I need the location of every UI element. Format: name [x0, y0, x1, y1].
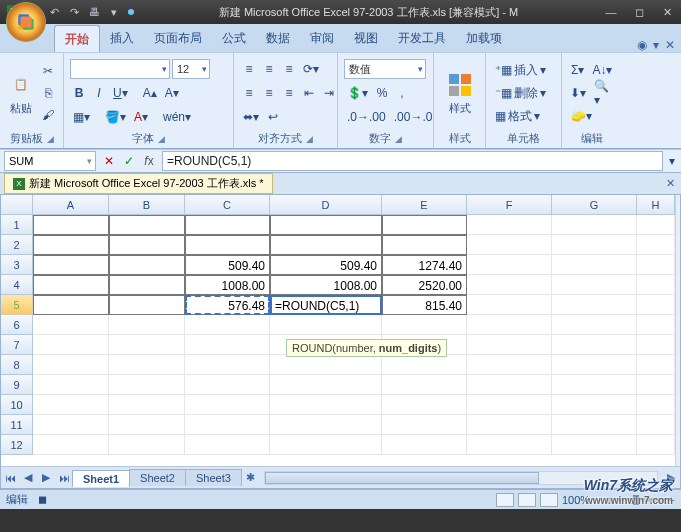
cell-B5[interactable] — [109, 295, 185, 315]
cut-icon[interactable]: ✂ — [39, 61, 57, 81]
font-size-combo[interactable]: 12 — [172, 59, 210, 79]
col-header-B[interactable]: B — [109, 195, 185, 214]
row-header-9[interactable]: 9 — [1, 375, 33, 395]
cell-H2[interactable] — [637, 235, 675, 255]
merge-button[interactable]: ⬌▾ — [240, 107, 262, 127]
cell-A4[interactable] — [33, 275, 109, 295]
cell-E4[interactable]: 2520.00 — [382, 275, 467, 295]
ribbon-tab-0[interactable]: 开始 — [54, 25, 100, 52]
shrink-font-button[interactable]: A▾ — [162, 83, 182, 103]
cell-H8[interactable] — [637, 355, 675, 375]
confirm-edit-icon[interactable]: ✓ — [120, 152, 138, 170]
cell-E2[interactable] — [382, 235, 467, 255]
cell-C10[interactable] — [185, 395, 270, 415]
orientation-button[interactable]: ⟳▾ — [300, 59, 322, 79]
cell-C1[interactable] — [185, 215, 270, 235]
insert-cells-button[interactable]: ⁺▦ 插入 ▾ — [492, 60, 549, 80]
row-header-11[interactable]: 11 — [1, 415, 33, 435]
cell-G12[interactable] — [552, 435, 637, 455]
cell-A5[interactable] — [33, 295, 109, 315]
number-format-combo[interactable]: 数值 — [344, 59, 426, 79]
cell-E12[interactable] — [382, 435, 467, 455]
cell-A12[interactable] — [33, 435, 109, 455]
cell-B12[interactable] — [109, 435, 185, 455]
cell-B11[interactable] — [109, 415, 185, 435]
cell-C6[interactable] — [185, 315, 270, 335]
macro-record-icon[interactable]: ◼ — [38, 493, 47, 506]
document-tab[interactable]: X 新建 Microsoft Office Excel 97-2003 工作表.… — [4, 173, 273, 194]
align-middle-button[interactable]: ≡ — [260, 59, 278, 79]
name-box[interactable]: SUM — [4, 151, 96, 171]
cell-F3[interactable] — [467, 255, 552, 275]
minimize-button[interactable]: — — [597, 2, 625, 22]
cell-H11[interactable] — [637, 415, 675, 435]
cell-D9[interactable] — [270, 375, 382, 395]
cell-C3[interactable]: 509.40 — [185, 255, 270, 275]
cell-D4[interactable]: 1008.00 — [270, 275, 382, 295]
cell-G6[interactable] — [552, 315, 637, 335]
cell-D1[interactable] — [270, 215, 382, 235]
cell-A11[interactable] — [33, 415, 109, 435]
dialog-launcher-icon[interactable]: ◢ — [158, 134, 165, 144]
col-header-D[interactable]: D — [270, 195, 382, 214]
fx-icon[interactable]: fx — [140, 152, 158, 170]
cell-G7[interactable] — [552, 335, 637, 355]
ribbon-tab-1[interactable]: 插入 — [100, 25, 144, 52]
cell-E9[interactable] — [382, 375, 467, 395]
cell-F12[interactable] — [467, 435, 552, 455]
increase-decimal-button[interactable]: .0→.00 — [344, 107, 389, 127]
cell-B8[interactable] — [109, 355, 185, 375]
row-header-12[interactable]: 12 — [1, 435, 33, 455]
cell-G4[interactable] — [552, 275, 637, 295]
cell-F6[interactable] — [467, 315, 552, 335]
dialog-launcher-icon[interactable]: ◢ — [395, 134, 402, 144]
format-cells-button[interactable]: ▦ 格式 ▾ — [492, 106, 549, 126]
help-icon[interactable]: ▾ — [653, 38, 659, 52]
copy-icon[interactable]: ⎘ — [39, 83, 57, 103]
cell-E1[interactable] — [382, 215, 467, 235]
grid-body[interactable]: 123509.40509.401274.4041008.001008.00252… — [1, 215, 675, 466]
cell-C5[interactable]: 576.48 — [185, 295, 270, 315]
dialog-launcher-icon[interactable]: ◢ — [306, 134, 313, 144]
align-top-button[interactable]: ≡ — [240, 59, 258, 79]
row-header-7[interactable]: 7 — [1, 335, 33, 355]
underline-button[interactable]: U▾ — [110, 83, 131, 103]
mdi-close-icon[interactable]: ✕ — [665, 38, 675, 52]
cell-E10[interactable] — [382, 395, 467, 415]
cell-C9[interactable] — [185, 375, 270, 395]
cell-D10[interactable] — [270, 395, 382, 415]
align-right-button[interactable]: ≡ — [280, 83, 298, 103]
sheet-nav-last-icon[interactable]: ⏭ — [55, 469, 73, 487]
select-all-corner[interactable] — [1, 195, 33, 214]
indent-dec-button[interactable]: ⇤ — [300, 83, 318, 103]
cell-G9[interactable] — [552, 375, 637, 395]
cell-H9[interactable] — [637, 375, 675, 395]
col-header-A[interactable]: A — [33, 195, 109, 214]
sheet-tab-Sheet1[interactable]: Sheet1 — [72, 470, 130, 487]
row-header-8[interactable]: 8 — [1, 355, 33, 375]
redo-icon[interactable]: ↷ — [66, 4, 82, 20]
ribbon-tab-7[interactable]: 开发工具 — [388, 25, 456, 52]
cell-B9[interactable] — [109, 375, 185, 395]
ribbon-tab-6[interactable]: 视图 — [344, 25, 388, 52]
undo-icon[interactable]: ↶ — [46, 4, 62, 20]
row-header-3[interactable]: 3 — [1, 255, 33, 275]
cell-A8[interactable] — [33, 355, 109, 375]
close-doc-icon[interactable]: ✕ — [666, 177, 675, 190]
cell-D2[interactable] — [270, 235, 382, 255]
cell-F5[interactable] — [467, 295, 552, 315]
indent-inc-button[interactable]: ⇥ — [320, 83, 338, 103]
cell-D6[interactable] — [270, 315, 382, 335]
clear-button[interactable]: 🧽▾ — [568, 106, 595, 126]
cell-C4[interactable]: 1008.00 — [185, 275, 270, 295]
cell-D11[interactable] — [270, 415, 382, 435]
cell-B2[interactable] — [109, 235, 185, 255]
decrease-decimal-button[interactable]: .00→.0 — [391, 107, 436, 127]
autosum-button[interactable]: Σ▾ — [568, 60, 587, 80]
cell-F10[interactable] — [467, 395, 552, 415]
cell-H10[interactable] — [637, 395, 675, 415]
sheet-tab-Sheet2[interactable]: Sheet2 — [129, 469, 186, 486]
fill-button[interactable]: ⬇▾ — [568, 83, 589, 103]
cell-C8[interactable] — [185, 355, 270, 375]
minimize-ribbon-icon[interactable]: ◉ — [637, 38, 647, 52]
